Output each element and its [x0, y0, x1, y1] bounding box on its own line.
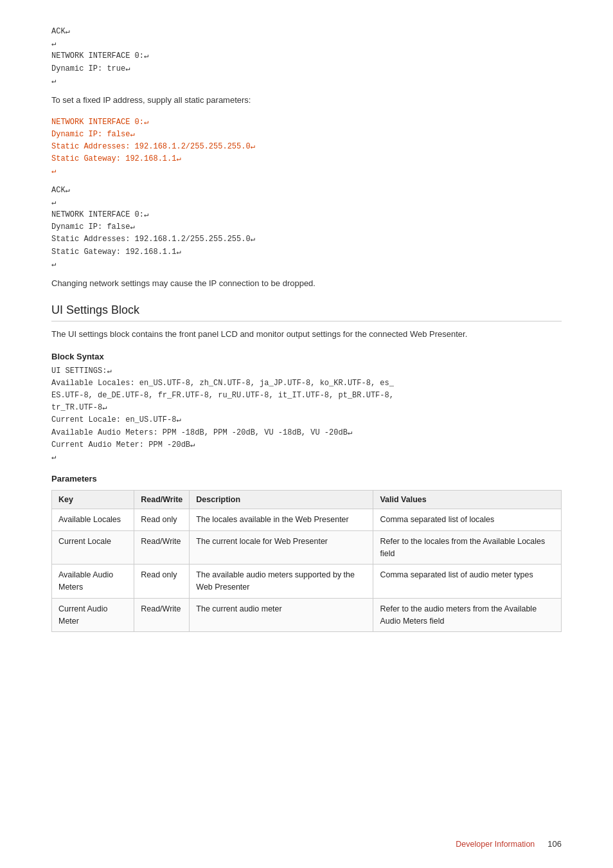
table-cell-desc: The current locale for Web Presenter [190, 530, 373, 565]
table-cell-rw: Read/Write [134, 598, 190, 632]
col-header-key: Key [52, 491, 134, 509]
network-note: Changing network settings may cause the … [51, 277, 562, 291]
page-footer: Developer Information 106 [0, 839, 613, 849]
table-cell-rw: Read only [134, 509, 190, 531]
footer-link: Developer Information [456, 840, 535, 849]
table-row: Available Audio MetersRead onlyThe avail… [52, 565, 562, 599]
table-cell-valid: Comma separated list of locales [373, 509, 562, 531]
col-header-desc: Description [190, 491, 373, 509]
table-cell-key: Current Audio Meter [52, 598, 134, 632]
table-cell-valid: Comma separated list of audio meter type… [373, 565, 562, 599]
code-block-2-highlighted: NETWORK INTERFACE 0:↵ Dynamic IP: false↵… [51, 116, 562, 178]
syntax-block: UI SETTINGS:↵ Available Locales: en_US.U… [51, 365, 562, 464]
table-cell-desc: The available audio meters supported by … [190, 565, 373, 599]
table-cell-desc: The current audio meter [190, 598, 373, 632]
col-header-rw: Read/Write [134, 491, 190, 509]
col-header-valid: Valid Values [373, 491, 562, 509]
table-cell-key: Current Locale [52, 530, 134, 565]
page-number: 106 [547, 839, 562, 849]
code-block-3: ACK↵ ↵ NETWORK INTERFACE 0:↵ Dynamic IP:… [51, 185, 562, 271]
table-cell-key: Available Audio Meters [52, 565, 134, 599]
table-cell-key: Available Locales [52, 509, 134, 531]
ui-settings-intro: The UI settings block contains the front… [51, 328, 562, 341]
block-syntax-heading: Block Syntax [51, 352, 562, 361]
parameters-heading: Parameters [51, 474, 562, 484]
table-cell-rw: Read only [134, 565, 190, 599]
table-cell-desc: The locales available in the Web Present… [190, 509, 373, 531]
table-row: Current Audio MeterRead/WriteThe current… [52, 598, 562, 632]
table-cell-valid: Refer to the locales from the Available … [373, 530, 562, 565]
table-cell-valid: Refer to the audio meters from the Avail… [373, 598, 562, 632]
table-row: Current LocaleRead/WriteThe current loca… [52, 530, 562, 565]
intro-text: To set a fixed IP address, supply all st… [51, 94, 562, 107]
table-row: Available LocalesRead onlyThe locales av… [52, 509, 562, 531]
code-block-1: ACK↵ ↵ NETWORK INTERFACE 0:↵ Dynamic IP:… [51, 26, 562, 87]
parameters-table: Key Read/Write Description Valid Values … [51, 490, 562, 632]
ui-settings-heading: UI Settings Block [51, 303, 562, 321]
table-cell-rw: Read/Write [134, 530, 190, 565]
